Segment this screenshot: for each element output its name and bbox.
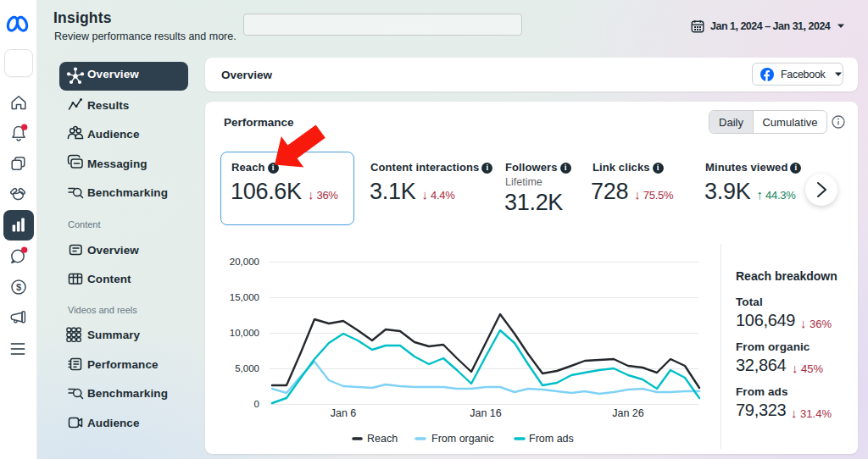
svg-text:$: $ — [16, 282, 21, 292]
